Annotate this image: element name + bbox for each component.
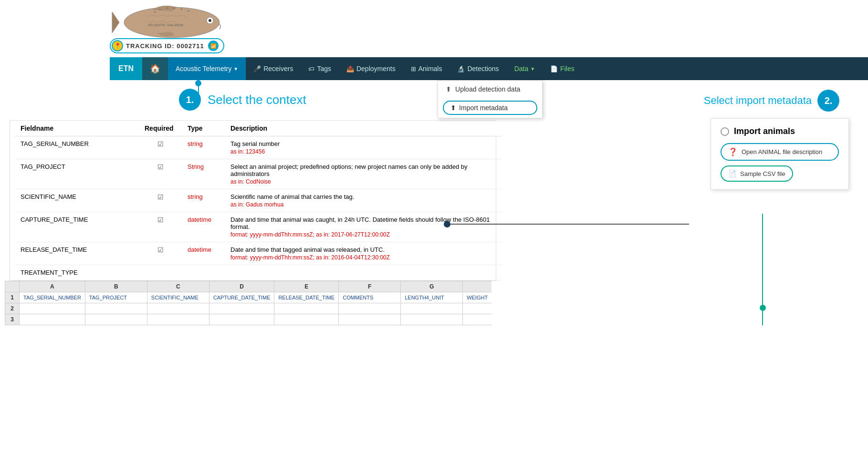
spreadsheet-row-1: 1 TAG_SERIAL_NUMBER TAG_PROJECT SCIENTIF… — [5, 292, 492, 303]
col-header-c: C — [147, 281, 209, 292]
svg-point-9 — [188, 10, 189, 12]
example-text: as in: Gadus morhua — [230, 201, 496, 208]
col-header-e: E — [274, 281, 339, 292]
cell-a1[interactable]: TAG_SERIAL_NUMBER — [20, 292, 85, 303]
nav-files[interactable]: 📄 Files — [543, 57, 582, 80]
csv-icon: 📄 — [728, 170, 736, 177]
check-icon: ☑ — [157, 163, 164, 171]
files-label: Files — [560, 65, 575, 72]
col-header-h: H — [463, 281, 492, 292]
cell-a3[interactable] — [20, 314, 85, 325]
blue-dot-connector — [444, 221, 450, 227]
table-row: CAPTURE_DATE_TIME ☑ datetime Date and ti… — [15, 212, 502, 242]
type-cell: string — [182, 189, 225, 212]
cell-e2[interactable] — [274, 303, 339, 314]
spreadsheet-row-2: 2 — [5, 303, 492, 314]
step1-label: Select the context — [208, 93, 306, 107]
cell-g3[interactable] — [401, 314, 463, 325]
field-table: Fieldname Required Type Description TAG_… — [15, 121, 502, 280]
cell-h2[interactable] — [463, 303, 492, 314]
receivers-label: Receivers — [263, 65, 293, 72]
required-cell: ☑ — [139, 189, 182, 212]
nav-deployments[interactable]: 📤 Deployments — [339, 57, 403, 80]
dropdown-arrow-acoustic: ▼ — [233, 66, 238, 72]
cell-e3[interactable] — [274, 314, 339, 325]
type-cell: String — [182, 159, 225, 189]
import-panel-title: Import animals — [721, 126, 839, 136]
import-metadata-item[interactable]: ⬆ Import metadata — [443, 101, 537, 115]
cell-b3[interactable] — [85, 314, 147, 325]
cell-a2[interactable] — [20, 303, 85, 314]
nav-acoustic-telemetry[interactable]: Acoustic Telemetry ▼ — [168, 57, 246, 80]
col-header-a: A — [20, 281, 85, 292]
svg-point-5 — [159, 9, 161, 10]
cell-g2[interactable] — [401, 303, 463, 314]
svg-point-7 — [173, 7, 175, 9]
cell-c3[interactable] — [147, 314, 209, 325]
cell-e1[interactable]: RELEASE_DATE_TIME — [274, 292, 339, 303]
svg-marker-1 — [112, 12, 119, 33]
nav-animals[interactable]: ⊞ Animals — [403, 57, 450, 80]
type-cell: datetime — [182, 212, 225, 242]
example-text: as in: 123456 — [230, 148, 496, 155]
radio-circle[interactable] — [721, 127, 729, 136]
upload-detection-label: Upload detection data — [455, 85, 520, 93]
import-panel-title-text: Import animals — [734, 126, 795, 136]
spreadsheet-area: A B C D E F G H I J 1 TAG_SERIAL_NUMBER … — [5, 281, 492, 325]
pin-icon: 📍 — [112, 40, 123, 52]
cell-f2[interactable] — [339, 303, 401, 314]
cell-d3[interactable] — [209, 314, 274, 325]
row-header-blank — [5, 281, 20, 292]
cell-d2[interactable] — [209, 303, 274, 314]
type-cell: datetime — [182, 242, 225, 265]
example-text: as in: CodNoise — [230, 178, 496, 185]
cell-b1[interactable]: TAG_PROJECT — [85, 292, 147, 303]
step2-label: Select import metadata — [704, 94, 812, 107]
row-num-3: 3 — [5, 314, 20, 325]
data-dropdown: ⬆ Upload detection data ⬆ Import metadat… — [438, 80, 543, 118]
cell-h3[interactable] — [463, 314, 492, 325]
cell-c2[interactable] — [147, 303, 209, 314]
import-metadata-label: Import metadata — [459, 104, 508, 112]
nav-etn[interactable]: ETN — [110, 57, 142, 80]
nav-tags[interactable]: 🏷 Tags — [301, 57, 339, 80]
check-icon: ☑ — [157, 246, 164, 254]
files-icon: 📄 — [550, 65, 558, 72]
cell-f3[interactable] — [339, 314, 401, 325]
import-meta-icon: ⬆ — [450, 104, 456, 112]
cell-g1[interactable]: LENGTH4_UNIT — [401, 292, 463, 303]
nav-home[interactable]: 🏠 — [142, 57, 168, 80]
nav-data[interactable]: Data ▼ ⬆ Upload detection data ⬆ Import … — [507, 57, 543, 80]
table-row: TREATMENT_TYPE — [15, 265, 502, 280]
wifi-badge: 📶 — [208, 41, 219, 51]
col-header-g: G — [401, 281, 463, 292]
navbar: ETN 🏠 Acoustic Telemetry ▼ 🎤 Receivers 🏷… — [110, 57, 868, 80]
fieldname-cell: CAPTURE_DATE_TIME — [15, 212, 139, 242]
sample-csv-button[interactable]: 📄 Sample CSV file — [721, 165, 793, 182]
required-cell: ☑ — [139, 136, 182, 159]
connector-dot-bottom — [760, 305, 766, 311]
step2-area: Select import metadata 2. — [704, 90, 839, 112]
cell-c1[interactable]: SCIENTIFIC_NAME — [147, 292, 209, 303]
nav-receivers[interactable]: 🎤 Receivers — [246, 57, 301, 80]
cell-h1[interactable]: WEIGHT — [463, 292, 492, 303]
col-header-b: B — [85, 281, 147, 292]
spreadsheet-row-3: 3 — [5, 314, 492, 325]
upload-detection-item[interactable]: ⬆ Upload detection data — [438, 81, 542, 98]
type-cell — [182, 265, 225, 280]
cell-f1[interactable]: COMMENTS — [339, 292, 401, 303]
sample-csv-label: Sample CSV file — [740, 170, 785, 177]
svg-point-3 — [209, 19, 211, 22]
receivers-icon: 🎤 — [253, 65, 261, 72]
open-desc-button[interactable]: ❓ Open ANIMAL file description — [721, 143, 839, 161]
data-label: Data — [514, 65, 529, 72]
cell-d1[interactable]: CAPTURE_DATE_TIME — [209, 292, 274, 303]
detections-label: Detections — [467, 65, 499, 72]
cell-b2[interactable] — [85, 303, 147, 314]
import-panel: Import animals ❓ Open ANIMAL file descri… — [711, 118, 849, 190]
nav-detections[interactable]: 🔬 Detections — [450, 57, 506, 80]
svg-point-4 — [154, 11, 156, 13]
required-cell — [139, 265, 182, 280]
tags-icon: 🏷 — [308, 65, 314, 72]
question-icon: ❓ — [728, 147, 738, 156]
